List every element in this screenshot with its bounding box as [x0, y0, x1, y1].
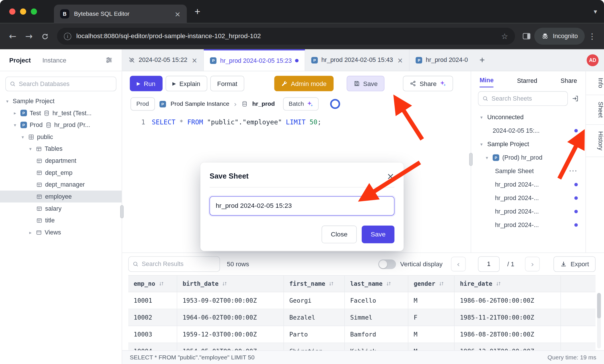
chevron-down-icon[interactable]: ▾: [20, 134, 26, 140]
sheet-item[interactable]: hr_prod 2024-...: [471, 178, 586, 191]
sheet-item[interactable]: 2024-02-05 15:...: [471, 124, 586, 137]
scrollbar-thumb[interactable]: [597, 293, 601, 318]
database-search-input[interactable]: [19, 81, 112, 87]
sort-icon[interactable]: [386, 281, 391, 286]
close-icon[interactable]: ×: [397, 56, 403, 64]
tab-search-chevron-icon[interactable]: ▾: [594, 8, 597, 15]
editor-tab-2-active[interactable]: P hr_prod 2024-02-05 15:23: [204, 49, 305, 71]
more-options-icon[interactable]: ···: [569, 168, 578, 175]
rail-tab-history[interactable]: History: [586, 124, 604, 157]
back-button[interactable]: ←: [5, 31, 21, 41]
tab-mine[interactable]: Mine: [480, 73, 494, 87]
close-window-button[interactable]: [9, 9, 15, 15]
chevron-down-icon[interactable]: ▾: [479, 142, 484, 147]
browser-tab[interactable]: B Bytebase SQL Editor ×: [54, 5, 187, 23]
tree-item-schema-public[interactable]: ▾ public: [0, 131, 122, 143]
new-tab-button[interactable]: +: [194, 5, 200, 17]
column-header[interactable]: gender: [408, 276, 455, 292]
maximize-window-button[interactable]: [31, 9, 37, 15]
chevron-down-icon[interactable]: ▾: [484, 155, 490, 161]
column-header[interactable]: emp_no: [128, 276, 177, 292]
tree-item-views[interactable]: ▸ Views: [0, 226, 122, 238]
instance-name[interactable]: Prod Sample Instance: [171, 101, 229, 107]
collapse-panel-icon[interactable]: [572, 95, 578, 102]
forward-button[interactable]: →: [21, 31, 37, 41]
column-header[interactable]: last_name: [345, 276, 408, 292]
tab-project[interactable]: Project: [9, 56, 31, 64]
tree-item-table-department[interactable]: department: [0, 155, 122, 167]
panel-resize-handle[interactable]: [120, 205, 124, 218]
prev-page-button[interactable]: ‹: [451, 257, 466, 271]
reload-button[interactable]: [37, 31, 53, 41]
bookmark-star-icon[interactable]: ☆: [501, 32, 508, 41]
table-row[interactable]: 10002 1964-06-02T00:00:00Z Bezalel Simme…: [128, 309, 595, 326]
sort-icon[interactable]: [329, 281, 334, 286]
page-number-input[interactable]: [478, 257, 500, 272]
filter-settings-icon[interactable]: [106, 56, 112, 63]
tree-item-table-dept-manager[interactable]: dept_manager: [0, 179, 122, 191]
rail-tab-sheet[interactable]: Sheet: [586, 95, 604, 124]
format-button[interactable]: Format: [210, 76, 244, 91]
chevron-down-icon[interactable]: ▾: [5, 98, 10, 104]
table-row[interactable]: 10003 1959-12-03T00:00:00Z Parto Bamford…: [128, 326, 595, 343]
sheet-item[interactable]: Sample Sheet ···: [471, 165, 586, 178]
results-search-input[interactable]: [142, 261, 216, 267]
database-search[interactable]: [5, 77, 116, 91]
export-button[interactable]: Export: [554, 257, 595, 272]
sort-icon[interactable]: [439, 281, 444, 286]
next-page-button[interactable]: ›: [525, 257, 540, 271]
sheet-search-input[interactable]: [492, 95, 564, 102]
sheet-item[interactable]: hr_prod 2024-...: [471, 218, 586, 232]
chevron-down-icon[interactable]: ▾: [479, 115, 484, 120]
share-button[interactable]: Share: [403, 76, 453, 91]
database-name[interactable]: hr_prod: [252, 101, 275, 107]
table-row[interactable]: 10004 1954-05-01T00:00:00Z Chirstian Kob…: [128, 343, 595, 351]
chevron-down-icon[interactable]: ▾: [12, 122, 18, 128]
chevron-down-icon[interactable]: ▾: [28, 146, 33, 152]
tree-item-prod-instance[interactable]: ▾ P Prod hr_prod (Pr...: [0, 119, 122, 131]
chevron-right-icon[interactable]: ▸: [12, 110, 18, 116]
tab-starred[interactable]: Starred: [517, 73, 537, 87]
tree-item-tables[interactable]: ▾ Tables: [0, 143, 122, 155]
sheet-group-project[interactable]: ▾ Sample Project: [471, 137, 586, 151]
sheet-item[interactable]: hr_prod 2024-...: [471, 191, 586, 205]
tab-share[interactable]: Share: [561, 73, 577, 87]
address-bar[interactable]: i localhost:8080/sql-editor/prod-sample-…: [57, 28, 515, 45]
close-tab-icon[interactable]: ×: [175, 10, 181, 18]
tree-item-table-employee[interactable]: employee: [0, 191, 122, 203]
table-scrollbar[interactable]: [597, 293, 601, 348]
editor-tab-4[interactable]: P hr_prod 2024-0: [410, 49, 474, 71]
environment-chip[interactable]: Prod: [130, 97, 155, 111]
minimize-window-button[interactable]: [20, 9, 26, 15]
column-header[interactable]: first_name: [284, 276, 345, 292]
column-header[interactable]: hire_date: [455, 276, 561, 292]
dialog-save-button[interactable]: Save: [362, 226, 395, 243]
close-dialog-icon[interactable]: ×: [387, 172, 394, 181]
column-header[interactable]: birth_date: [177, 276, 284, 292]
dialog-close-button[interactable]: Close: [322, 226, 357, 243]
explain-button[interactable]: ▶ Explain: [165, 76, 207, 91]
add-tab-button[interactable]: +: [474, 55, 490, 66]
sheet-name-input[interactable]: [210, 196, 395, 216]
side-panel-icon[interactable]: [523, 32, 531, 40]
sort-icon[interactable]: [222, 281, 227, 286]
url-text[interactable]: localhost:8080/sql-editor/prod-sample-in…: [76, 32, 496, 40]
results-search[interactable]: [128, 257, 220, 272]
tab-instance[interactable]: Instance: [42, 56, 67, 64]
tree-item-table-dept-emp[interactable]: dept_emp: [0, 167, 122, 179]
sheet-search[interactable]: [478, 91, 568, 106]
batch-button[interactable]: Batch: [283, 97, 319, 111]
sheet-group-unconnected[interactable]: ▾ Unconnected: [471, 110, 586, 124]
tree-item-table-title[interactable]: title: [0, 214, 122, 226]
save-button[interactable]: Save: [346, 76, 384, 91]
vertical-display-toggle[interactable]: [378, 259, 396, 269]
site-info-icon[interactable]: i: [64, 32, 71, 40]
close-icon[interactable]: ×: [192, 56, 197, 64]
chevron-right-icon[interactable]: ▸: [28, 230, 33, 235]
tree-item-test-instance[interactable]: ▸ P Test hr_test (Test...: [0, 107, 122, 119]
user-avatar[interactable]: AD: [587, 54, 599, 66]
table-row[interactable]: 10001 1953-09-02T00:00:00Z Georgi Facell…: [128, 292, 595, 309]
editor-tab-1[interactable]: 2024-02-05 15:22 ×: [122, 49, 204, 71]
sheet-group-database[interactable]: ▾ P (Prod) hr_prod: [471, 151, 586, 164]
admin-mode-button[interactable]: Admin mode: [274, 76, 333, 91]
